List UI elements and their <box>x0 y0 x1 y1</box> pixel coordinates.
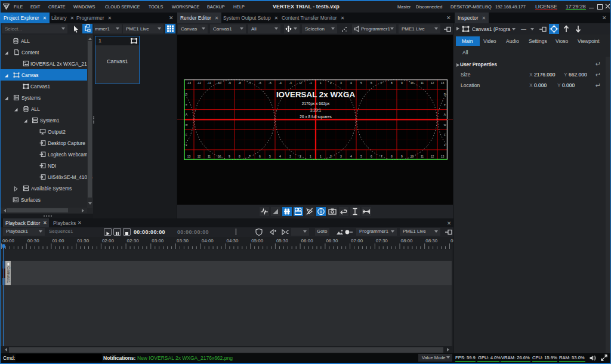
svg-text:2: 2 <box>330 155 332 158</box>
svg-text:13: 13 <box>187 155 190 158</box>
svg-text:05:00: 05:00 <box>251 238 264 243</box>
svg-text:2176px x 662px: 2176px x 662px <box>301 101 329 106</box>
svg-text:IOVERSAL 2x WXGA: IOVERSAL 2x WXGA <box>276 90 355 99</box>
svg-text:-11: -11 <box>207 81 211 85</box>
svg-text:2: 2 <box>300 155 301 158</box>
svg-text:-12: -12 <box>196 81 200 85</box>
svg-text:w: w <box>443 123 446 127</box>
svg-text:05:30: 05:30 <box>276 238 289 243</box>
svg-text:5: 5 <box>360 81 362 85</box>
svg-text:-2: -2 <box>299 81 302 85</box>
svg-text:01:30: 01:30 <box>77 238 90 243</box>
svg-text:3: 3 <box>340 81 342 85</box>
svg-text:10: 10 <box>217 155 221 158</box>
svg-text:-1: -1 <box>309 81 312 85</box>
svg-text:-4: -4 <box>279 81 282 85</box>
svg-text:13: 13 <box>440 81 444 85</box>
svg-text:08:00: 08:00 <box>401 238 413 243</box>
svg-text:12: 12 <box>430 155 434 158</box>
svg-text:06:30: 06:30 <box>326 238 338 243</box>
svg-text:11: 11 <box>207 155 210 158</box>
svg-text:9: 9 <box>401 155 403 158</box>
svg-text:4: 4 <box>279 155 281 158</box>
svg-text:12: 12 <box>197 155 200 158</box>
svg-text:00:30: 00:30 <box>27 238 40 243</box>
svg-text:26 x 8 full squares: 26 x 8 full squares <box>300 115 332 119</box>
svg-text:4: 4 <box>350 81 352 85</box>
svg-text:6: 6 <box>371 81 372 85</box>
svg-text:07:30: 07:30 <box>376 238 388 243</box>
svg-text:w: w <box>185 123 187 127</box>
svg-text:-8: -8 <box>238 81 241 85</box>
svg-text:08:30: 08:30 <box>425 238 438 243</box>
svg-text:06:00: 06:00 <box>301 238 314 243</box>
svg-text:9: 9 <box>229 155 230 158</box>
svg-text:09:00: 09:00 <box>450 238 453 243</box>
svg-text:5: 5 <box>360 155 362 158</box>
svg-text:13: 13 <box>440 155 444 158</box>
svg-text:11: 11 <box>420 81 423 85</box>
svg-text:00:00: 00:00 <box>2 238 15 243</box>
svg-text:3: 3 <box>289 155 291 158</box>
svg-text:-5: -5 <box>269 81 271 85</box>
svg-text:-6: -6 <box>258 81 261 85</box>
svg-text:03:30: 03:30 <box>177 238 189 243</box>
svg-text:01:00: 01:00 <box>52 238 64 243</box>
svg-text:1: 1 <box>310 155 311 158</box>
svg-text:6: 6 <box>259 155 261 158</box>
svg-text:4: 4 <box>350 155 352 158</box>
svg-text:8: 8 <box>391 81 393 85</box>
svg-text:04:30: 04:30 <box>227 238 239 243</box>
svg-text:-10: -10 <box>217 81 221 85</box>
svg-text:7: 7 <box>381 81 382 85</box>
svg-text:02:30: 02:30 <box>127 238 140 243</box>
svg-text:-13: -13 <box>186 81 190 85</box>
svg-text:1: 1 <box>320 155 322 158</box>
svg-text:3: 3 <box>340 155 342 158</box>
svg-text:e: e <box>444 103 446 106</box>
svg-text:11: 11 <box>420 155 423 158</box>
svg-text:F: F <box>185 133 187 137</box>
svg-text:6: 6 <box>371 155 372 158</box>
svg-text:5: 5 <box>269 155 271 158</box>
svg-text:8: 8 <box>391 155 393 158</box>
svg-text:12: 12 <box>430 81 434 85</box>
svg-text:07:00: 07:00 <box>351 238 363 243</box>
svg-text:9: 9 <box>401 81 403 85</box>
svg-text:10: 10 <box>410 155 413 158</box>
svg-text:8: 8 <box>239 155 240 158</box>
svg-text:2: 2 <box>330 81 332 85</box>
svg-text:-7: -7 <box>248 81 251 85</box>
svg-text:02:00: 02:00 <box>102 238 115 243</box>
svg-text:-3: -3 <box>289 81 292 85</box>
svg-text:3.29:1: 3.29:1 <box>310 108 321 112</box>
svg-text:7: 7 <box>381 155 382 158</box>
svg-text:04:00: 04:00 <box>202 238 214 243</box>
svg-text:e: e <box>186 103 187 106</box>
svg-text:10: 10 <box>410 81 413 85</box>
svg-text:03:00: 03:00 <box>152 238 164 243</box>
svg-text:F: F <box>443 133 445 137</box>
svg-text:7: 7 <box>249 155 251 158</box>
svg-text:1: 1 <box>320 81 322 85</box>
svg-text:-9: -9 <box>228 81 231 85</box>
